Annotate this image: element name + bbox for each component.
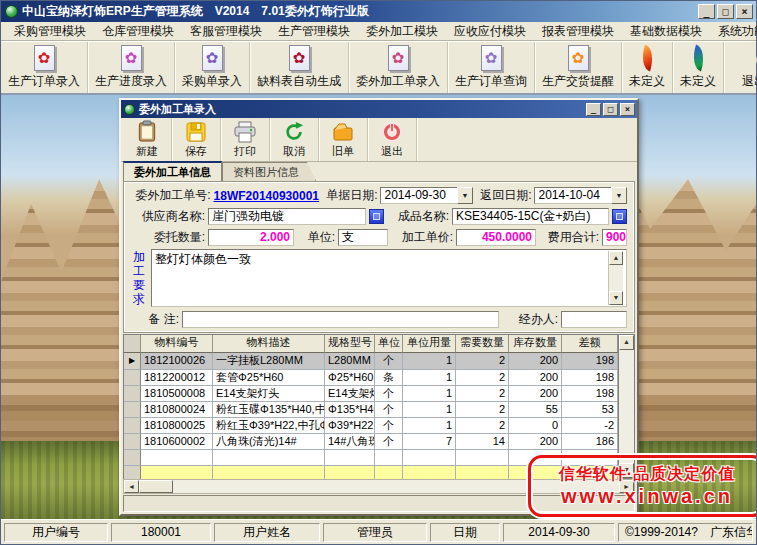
unit-field[interactable]: 支 <box>338 229 388 246</box>
flower-card-icon: ✿ <box>481 45 502 71</box>
watermark-slogan: 信华软件·品质决定价值 <box>559 464 735 485</box>
menu-item-warehouse[interactable]: 仓库管理模块 <box>94 23 182 40</box>
product-field[interactable]: KSE34405-15C(金+奶白) <box>452 208 609 225</box>
application-window: 中山宝纳泽灯饰ERP生产管理系统 V2014 7.01委外灯饰行业版 _ □ ×… <box>0 0 757 545</box>
save-button[interactable]: 保存 <box>172 118 221 161</box>
col-material-no[interactable]: 物料编号 <box>141 335 213 353</box>
vendor-watermark: 信华软件·品质决定价值 www.xinwa.cn <box>528 455 756 517</box>
old-order-button[interactable]: 旧单 <box>319 118 368 161</box>
app-logo-icon <box>5 5 18 18</box>
table-row[interactable]: 1810800025 粉红玉Φ39*H22,中孔Φ10(8800 Φ39*H22… <box>124 418 618 434</box>
window-maximize-button[interactable]: □ <box>603 103 618 116</box>
scrollbar-thumb[interactable] <box>139 480 173 493</box>
maximize-button[interactable]: □ <box>717 4 734 19</box>
window-toolbar: 新建 保存 <box>121 118 637 162</box>
processing-requirement-textarea[interactable]: 整灯灯体颜色一致 ▲ ▼ <box>151 249 627 307</box>
supplier-lookup-button[interactable] <box>369 209 384 224</box>
outsourcing-entry-window: 委外加工单录入 _ □ × 新建 <box>119 98 639 516</box>
refresh-icon <box>283 121 305 143</box>
status-user-name-value: 管理员 <box>323 523 427 542</box>
flower-card-icon: ✿ <box>289 45 310 71</box>
chevron-down-icon[interactable]: ▼ <box>457 187 473 204</box>
scroll-up-icon[interactable]: ▲ <box>619 335 634 350</box>
processing-requirement-label: 加工要求 <box>131 250 147 306</box>
row-selector-header <box>124 335 141 353</box>
status-bar: 用户编号 180001 用户姓名 管理员 日期 2014-09-30 ©1999… <box>1 519 756 544</box>
col-unit[interactable]: 单位 <box>375 335 403 353</box>
status-date-value: 2014-09-30 <box>503 523 615 542</box>
toolbar-production-order-query[interactable]: ✿ 生产订单查询 <box>448 42 535 93</box>
menu-item-production[interactable]: 生产管理模块 <box>270 23 358 40</box>
toolbar-undefined-1[interactable]: 未定义 <box>622 42 673 93</box>
toolbar-outsourcing-order-entry[interactable]: ✿ 委外加工单录入 <box>349 42 448 93</box>
status-date-label: 日期 <box>430 523 500 542</box>
order-form-panel: 委外加工单号: 18WF20140930001 单据日期: 2014-09-30… <box>123 181 635 333</box>
table-header-row: 物料编号 物料描述 规格型号 单位 单位用量 需要数量 库存数量 差额 <box>124 335 618 353</box>
remark-field[interactable] <box>182 311 499 328</box>
menu-item-payables[interactable]: 应收应付模块 <box>446 23 534 40</box>
table-row[interactable]: 1812200012 套管Φ25*H60 Φ25*H60 条 1 2 200 1… <box>124 370 618 386</box>
toolbar-production-order-entry[interactable]: ✿ 生产订单录入 <box>1 42 88 93</box>
app-titlebar: 中山宝纳泽灯饰ERP生产管理系统 V2014 7.01委外灯饰行业版 _ □ × <box>1 1 756 22</box>
close-button[interactable]: × <box>736 4 753 19</box>
menu-item-outsourcing[interactable]: 委外加工模块 <box>358 23 446 40</box>
toolbar-purchase-order-entry[interactable]: ✿ 采购单录入 <box>175 42 250 93</box>
col-material-desc[interactable]: 物料描述 <box>213 335 325 353</box>
cancel-button[interactable]: 取消 <box>270 118 319 161</box>
scroll-down-icon[interactable]: ▼ <box>609 291 623 305</box>
col-unit-usage[interactable]: 单位用量 <box>403 335 456 353</box>
total-label: 费用合计: <box>539 229 599 246</box>
scroll-left-icon[interactable]: ◄ <box>124 480 139 493</box>
tab-bar: 委外加工单信息 资料图片信息 <box>121 162 637 181</box>
col-required-qty[interactable]: 需要数量 <box>456 335 509 353</box>
order-no-link[interactable]: 18WF20140930001 <box>214 189 319 203</box>
return-date-combobox[interactable]: 2014-10-04 ▼ <box>534 187 627 204</box>
qty-field[interactable]: 2.000 <box>208 229 294 246</box>
flower-card-icon: ✿ <box>202 45 223 71</box>
col-stock-qty[interactable]: 库存数量 <box>509 335 562 353</box>
menu-item-basedata[interactable]: 基础数据模块 <box>622 23 710 40</box>
remark-label: 备 注: <box>131 311 179 328</box>
menu-item-reports[interactable]: 报表管理模块 <box>534 23 622 40</box>
table-row[interactable]: 1810500008 E14支架灯头 E14支架灯头 个 1 2 200 198 <box>124 386 618 402</box>
toolbar-undefined-2[interactable]: 未定义 <box>673 42 724 93</box>
new-button[interactable]: 新建 <box>123 118 172 161</box>
chevron-down-icon[interactable]: ▼ <box>611 187 627 204</box>
feather-blue-icon <box>688 45 708 72</box>
handler-field[interactable] <box>561 311 627 328</box>
unit-label: 单位: <box>297 229 335 246</box>
menu-item-customer[interactable]: 客服管理模块 <box>182 23 270 40</box>
window-minimize-button[interactable]: _ <box>586 103 601 116</box>
price-field[interactable]: 450.0000 <box>456 229 536 246</box>
minimize-button[interactable]: _ <box>698 4 715 19</box>
tab-material-picture-info[interactable]: 资料图片信息 <box>222 162 316 181</box>
clipboard-icon <box>136 120 158 143</box>
col-difference[interactable]: 差额 <box>562 335 618 353</box>
print-button[interactable]: 打印 <box>221 118 270 161</box>
toolbar-shortage-auto-generate[interactable]: ✿ 缺料表自动生成 <box>250 42 349 93</box>
supplier-label: 供应商名称: <box>131 208 205 225</box>
toolbar-production-progress-entry[interactable]: ✿ 生产进度录入 <box>88 42 175 93</box>
total-field[interactable]: 900.00 <box>602 229 627 246</box>
feather-red-icon <box>637 45 657 72</box>
watermark-url: www.xinwa.cn <box>561 485 733 508</box>
menu-item-system[interactable]: 系统功能模块 <box>710 23 757 40</box>
col-spec[interactable]: 规格型号 <box>325 335 375 353</box>
textarea-scrollbar[interactable]: ▲ ▼ <box>608 251 623 305</box>
doc-date-combobox[interactable]: 2014-09-30 ▼ <box>380 187 473 204</box>
window-close-button[interactable]: × <box>620 103 635 116</box>
table-row[interactable]: 1810600002 八角珠(清光)14# 14#八角珠 个 7 14 200 … <box>124 434 618 450</box>
toolbar-exit-system[interactable]: 退出系统 <box>724 42 757 93</box>
table-row[interactable]: 1810800024 粉红玉碟Φ135*H40,中孔Φ30(8 Φ135*H40… <box>124 402 618 418</box>
folder-icon <box>331 121 355 143</box>
scroll-up-icon[interactable]: ▲ <box>609 251 623 265</box>
table-row[interactable]: ▶ 1812100026 一字挂板L280MM L280MM 个 1 2 200… <box>124 353 618 370</box>
product-lookup-button[interactable] <box>612 209 627 224</box>
supplier-field[interactable]: 崖门强劲电镀 <box>208 208 366 225</box>
status-copyright: ©1999-2014? 广东信华软件科技有限公司 版权所有 <box>618 523 753 542</box>
flower-card-icon: ✿ <box>121 45 142 71</box>
exit-button[interactable]: 退出 <box>368 118 417 161</box>
tab-outsourcing-order-info[interactable]: 委外加工单信息 <box>123 161 222 181</box>
menu-item-purchase[interactable]: 采购管理模块 <box>6 23 94 40</box>
toolbar-delivery-reminder[interactable]: ✿ 生产交货提醒 <box>535 42 622 93</box>
